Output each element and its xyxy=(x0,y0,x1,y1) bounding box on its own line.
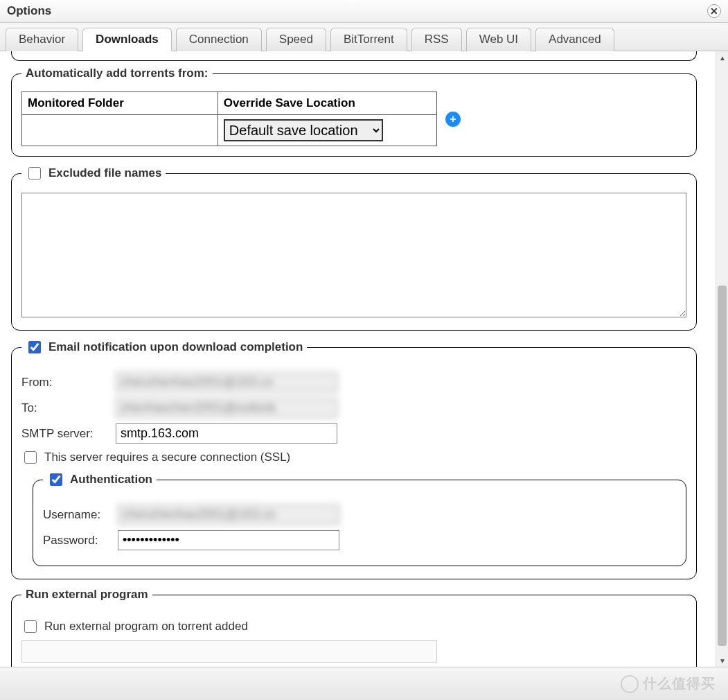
table-row: Default save location xyxy=(22,115,437,146)
close-icon[interactable]: ✕ xyxy=(707,4,721,18)
auth-fieldset: Authentication Username: Password: xyxy=(33,471,686,566)
watermark-icon xyxy=(621,675,639,693)
auth-user-label: Username: xyxy=(43,508,112,522)
tab-behavior[interactable]: Behavior xyxy=(6,28,78,51)
scroll-up-icon[interactable]: ▲ xyxy=(716,51,728,64)
email-ssl-label: This server requires a secure connection… xyxy=(44,450,290,464)
tab-bittorrent[interactable]: BitTorrent xyxy=(330,28,407,51)
email-legend: Email notification upon download complet… xyxy=(48,340,303,354)
monitored-folder-input[interactable] xyxy=(28,120,212,141)
email-smtp-label: SMTP server: xyxy=(21,427,110,441)
excluded-legend: Excluded file names xyxy=(48,166,161,180)
options-dialog: Options ✕ Behavior Downloads Connection … xyxy=(0,0,728,700)
scroll-down-icon[interactable]: ▼ xyxy=(716,654,728,667)
tab-speed[interactable]: Speed xyxy=(266,28,326,51)
external-on-add-label: Run external program on torrent added xyxy=(44,620,248,633)
email-fieldset: Email notification upon download complet… xyxy=(11,339,697,579)
auth-enable-checkbox[interactable] xyxy=(50,473,62,486)
email-to-input[interactable] xyxy=(116,398,337,418)
add-folder-button[interactable]: + xyxy=(445,112,461,127)
watermark: 什么值得买 xyxy=(621,674,716,693)
monitored-folders-table: Monitored Folder Override Save Location … xyxy=(21,91,437,146)
previous-fieldset-bottom xyxy=(11,51,697,61)
col-monitored-folder: Monitored Folder xyxy=(22,92,218,115)
external-on-add-checkbox[interactable] xyxy=(24,620,37,633)
tab-connection[interactable]: Connection xyxy=(176,28,262,51)
excluded-checkbox[interactable] xyxy=(28,167,41,180)
scrollbar-track[interactable] xyxy=(716,64,728,654)
override-location-select[interactable]: Default save location xyxy=(224,119,383,141)
auth-legend: Authentication xyxy=(70,473,152,487)
email-enable-checkbox[interactable] xyxy=(28,341,41,353)
auth-user-input[interactable] xyxy=(118,505,339,525)
scroll-content[interactable]: Automatically add torrents from: Monitor… xyxy=(0,51,716,667)
tab-webui[interactable]: Web UI xyxy=(466,28,531,51)
col-override-location: Override Save Location xyxy=(217,92,436,115)
tab-advanced[interactable]: Advanced xyxy=(535,28,614,51)
email-smtp-input[interactable] xyxy=(116,423,337,444)
excluded-textarea[interactable] xyxy=(21,193,686,317)
tab-bar: Behavior Downloads Connection Speed BitT… xyxy=(0,23,728,51)
plus-icon: + xyxy=(450,113,456,125)
tab-rss[interactable]: RSS xyxy=(411,28,462,51)
footer-bar: 什么值得买 xyxy=(0,667,728,700)
auto-add-fieldset: Automatically add torrents from: Monitor… xyxy=(11,67,697,157)
vertical-scrollbar[interactable]: ▲ ▼ xyxy=(716,51,728,667)
window-title: Options xyxy=(7,4,51,18)
tab-downloads[interactable]: Downloads xyxy=(82,28,172,51)
email-to-label: To: xyxy=(21,401,110,415)
email-from-label: From: xyxy=(21,376,110,390)
email-from-input[interactable] xyxy=(116,372,337,392)
excluded-fieldset: Excluded file names xyxy=(11,165,697,331)
auth-pass-label: Password: xyxy=(43,534,112,548)
external-fieldset: Run external program Run external progra… xyxy=(11,588,697,667)
external-legend: Run external program xyxy=(21,588,152,602)
email-ssl-checkbox[interactable] xyxy=(24,451,37,464)
scrollbar-thumb[interactable] xyxy=(718,286,727,646)
titlebar: Options ✕ xyxy=(0,0,728,23)
external-on-add-input[interactable] xyxy=(21,640,437,663)
auth-pass-input[interactable] xyxy=(118,530,339,550)
auto-add-legend: Automatically add torrents from: xyxy=(21,67,213,80)
